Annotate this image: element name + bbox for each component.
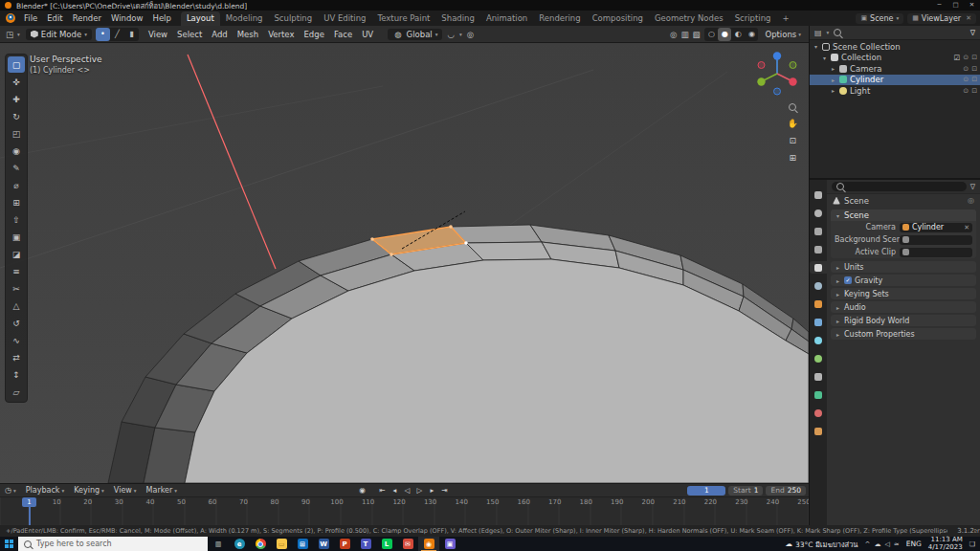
tool-measure[interactable]: ⌀ bbox=[8, 177, 25, 193]
panel-keying-sets[interactable]: ▸Keying Sets bbox=[831, 288, 976, 299]
blender-logo-icon[interactable] bbox=[6, 13, 15, 23]
clear-icon[interactable]: ✕ bbox=[966, 14, 971, 22]
edge-select-button[interactable]: ╱ bbox=[110, 28, 124, 41]
expand-icon[interactable]: ▸ bbox=[830, 77, 836, 83]
3d-viewport[interactable]: User Perspective (1) Cylinder <> ▢✜✚↻◰◉✎… bbox=[0, 43, 809, 483]
active-clip-field[interactable] bbox=[900, 248, 972, 257]
mode-selector[interactable]: Edit Mode▾ bbox=[26, 29, 92, 40]
solid-shading-button[interactable]: ● bbox=[718, 28, 731, 41]
workspace-tab-compositing[interactable]: Compositing bbox=[587, 11, 649, 26]
properties-search-input[interactable] bbox=[832, 182, 967, 191]
outliner-row-collection[interactable]: ▾ Collection☑⊙⊡ bbox=[810, 53, 980, 64]
properties-tab-material[interactable] bbox=[810, 407, 827, 419]
menu-edge[interactable]: Edge bbox=[299, 26, 328, 43]
workspace-tab-rendering[interactable]: Rendering bbox=[533, 11, 586, 26]
tool-edge-slide[interactable]: ⇄ bbox=[8, 349, 25, 365]
outliner-editor-icon[interactable]: ▤ bbox=[814, 29, 822, 37]
workspace-tab-texture-paint[interactable]: Texture Paint bbox=[372, 11, 436, 26]
timeline-editor-icon[interactable]: ◷▾ bbox=[0, 486, 21, 495]
play-reverse-button[interactable]: ◁ bbox=[401, 484, 413, 496]
expand-icon[interactable]: ▾ bbox=[813, 43, 819, 50]
editor-type-button[interactable]: ◳▾ bbox=[0, 30, 24, 39]
pan-hand-icon[interactable]: ✋ bbox=[788, 119, 798, 128]
properties-tab-constraints[interactable] bbox=[810, 370, 827, 383]
scene-selector[interactable]: ▣Scene▾ bbox=[856, 13, 903, 24]
material-shading-button[interactable]: ◐ bbox=[731, 28, 745, 41]
menu-view[interactable]: View bbox=[144, 26, 172, 43]
weather-widget[interactable]: ☁33°C มีเมฆบางส่วน bbox=[786, 539, 858, 550]
clock[interactable]: 11:13 AM4/17/2023 bbox=[928, 537, 963, 551]
properties-tab-modifiers[interactable] bbox=[810, 316, 827, 328]
panel-custom-properties[interactable]: ▸Custom Properties bbox=[831, 328, 976, 340]
taskbar-app-blender[interactable]: ◉ bbox=[418, 537, 439, 551]
taskbar-app-line[interactable]: L bbox=[376, 537, 397, 551]
timeline-menu-playback[interactable]: Playback▾ bbox=[21, 486, 69, 495]
view-layer-selector[interactable]: ▦ViewLayer✕ bbox=[907, 13, 976, 24]
camera-view-icon[interactable]: ⊡ bbox=[790, 136, 797, 145]
play-button[interactable]: ▷ bbox=[413, 484, 426, 496]
panel-audio[interactable]: ▸Audio bbox=[831, 301, 976, 313]
tool-rotate[interactable]: ↻ bbox=[8, 108, 25, 124]
properties-tab-texture[interactable] bbox=[810, 425, 827, 437]
tool-add-cube[interactable]: ⊞ bbox=[8, 194, 25, 210]
taskbar-app-edge[interactable]: e bbox=[229, 537, 250, 551]
next-keyframe-button[interactable]: ▸ bbox=[426, 484, 438, 496]
menu-face[interactable]: Face bbox=[329, 26, 357, 43]
tool-annotate[interactable]: ✎ bbox=[8, 160, 25, 176]
taskbar-app-task-view[interactable]: ▥ bbox=[208, 537, 229, 551]
scene-panel-header[interactable]: ▾ Scene bbox=[831, 209, 976, 221]
clear-icon[interactable]: ✕ bbox=[964, 224, 969, 231]
disable-in-render-icon[interactable]: ⊡ bbox=[971, 54, 977, 61]
xray-toggle-icon[interactable]: ▧ bbox=[690, 30, 702, 39]
workspace-tab-shading[interactable]: Shading bbox=[435, 11, 480, 26]
properties-tab-physics[interactable] bbox=[810, 352, 827, 364]
jump-to-end-button[interactable]: ⇥ bbox=[438, 484, 451, 496]
transform-orientation-selector[interactable]: ◍Global▾ bbox=[388, 29, 442, 40]
current-frame-field[interactable]: 1 bbox=[687, 486, 725, 496]
timeline-menu-marker[interactable]: Marker▾ bbox=[142, 486, 182, 495]
properties-tab-object-data[interactable] bbox=[810, 388, 827, 401]
outliner-row-scene-collection[interactable]: ▾ Scene Collection bbox=[810, 41, 980, 53]
playhead-frame-badge[interactable]: 1 bbox=[22, 497, 36, 507]
taskbar-app-mail[interactable]: ✉ bbox=[397, 537, 418, 551]
face-select-button[interactable]: ▮ bbox=[124, 28, 139, 41]
tool-loop-cut[interactable]: ≡ bbox=[8, 263, 25, 279]
tray-volume-icon[interactable]: ◁ bbox=[884, 540, 889, 548]
tool-select-box[interactable]: ▢ bbox=[8, 56, 25, 73]
gravity-checkbox[interactable]: ✓ bbox=[844, 276, 852, 284]
taskbar-search-input[interactable]: Type here to search bbox=[18, 537, 208, 551]
frame-start-field[interactable]: Start1 bbox=[728, 486, 763, 496]
expand-icon[interactable]: ▾ bbox=[821, 55, 828, 61]
hide-in-viewport-icon[interactable]: ⊙ bbox=[963, 87, 969, 95]
tool-shear[interactable]: ▱ bbox=[8, 384, 25, 400]
tool-move[interactable]: ✚ bbox=[8, 91, 25, 107]
camera-object-field[interactable]: Cylinder ✕ bbox=[900, 223, 972, 232]
overlays-toggle-icon[interactable]: ▥ bbox=[679, 30, 690, 39]
hide-in-viewport-icon[interactable]: ⊙ bbox=[963, 76, 969, 83]
menu-file[interactable]: File bbox=[19, 13, 42, 23]
tool-bevel[interactable]: ◪ bbox=[8, 246, 25, 262]
tray-network-icon[interactable]: ≈ bbox=[894, 540, 900, 548]
auto-keying-button[interactable]: ◉ bbox=[356, 484, 368, 496]
workspace-tab-uv-editing[interactable]: UV Editing bbox=[318, 11, 371, 26]
menu-vertex[interactable]: Vertex bbox=[263, 26, 299, 43]
taskbar-app-file-explorer[interactable]: ▭ bbox=[271, 537, 292, 551]
taskbar-app-photos[interactable]: ▣ bbox=[439, 537, 460, 551]
workspace-tab-layout[interactable]: Layout bbox=[181, 11, 220, 26]
taskbar-app-chrome[interactable] bbox=[250, 537, 271, 551]
menu-window[interactable]: Window bbox=[106, 13, 148, 23]
menu-uv[interactable]: UV bbox=[357, 26, 378, 43]
panel-units[interactable]: ▸Units bbox=[831, 261, 976, 273]
properties-tab-view-layer[interactable] bbox=[810, 243, 827, 255]
tool-cursor[interactable]: ✜ bbox=[8, 74, 25, 90]
tool-transform[interactable]: ◉ bbox=[8, 143, 25, 159]
cylinder-mesh[interactable] bbox=[0, 43, 809, 483]
tool-shrink-fatten[interactable]: ↕ bbox=[8, 366, 25, 383]
tray-onedrive-icon[interactable]: ☁ bbox=[874, 540, 880, 548]
panel-rigid-body-world[interactable]: ▸Rigid Body World bbox=[831, 315, 976, 326]
panel-gravity[interactable]: ▸✓Gravity bbox=[831, 275, 976, 286]
menu-edit[interactable]: Edit bbox=[42, 13, 67, 23]
timeline-menu-keying[interactable]: Keying▾ bbox=[69, 486, 109, 495]
filter-icon[interactable]: ∇ bbox=[970, 29, 975, 37]
taskbar-app-store[interactable]: ⊞ bbox=[292, 537, 313, 551]
